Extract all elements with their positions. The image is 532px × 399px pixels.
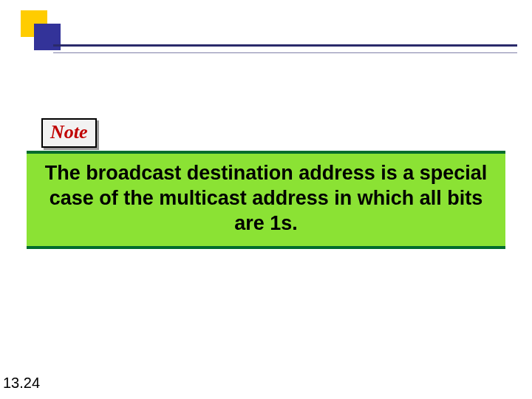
note-body-text: The broadcast destination address is a s…: [37, 161, 495, 236]
note-label-box: Note: [41, 118, 97, 148]
note-callout: The broadcast destination address is a s…: [27, 151, 505, 249]
header-divider: [53, 44, 517, 53]
page-number: 13.24: [3, 375, 40, 392]
note-label-text: Note: [50, 121, 88, 143]
